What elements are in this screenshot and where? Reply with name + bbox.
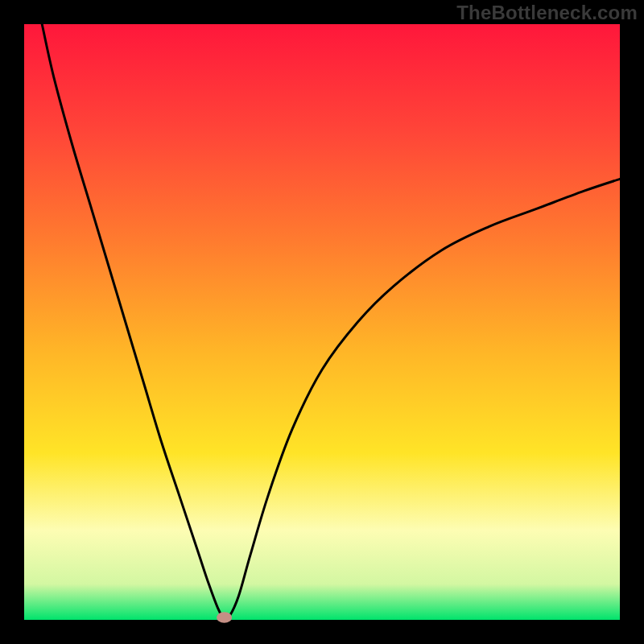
bottleneck-chart xyxy=(0,0,644,644)
plot-background xyxy=(24,24,620,620)
optimal-point-marker xyxy=(217,612,232,622)
chart-frame: TheBottleneck.com xyxy=(0,0,644,644)
watermark-text: TheBottleneck.com xyxy=(456,2,638,24)
